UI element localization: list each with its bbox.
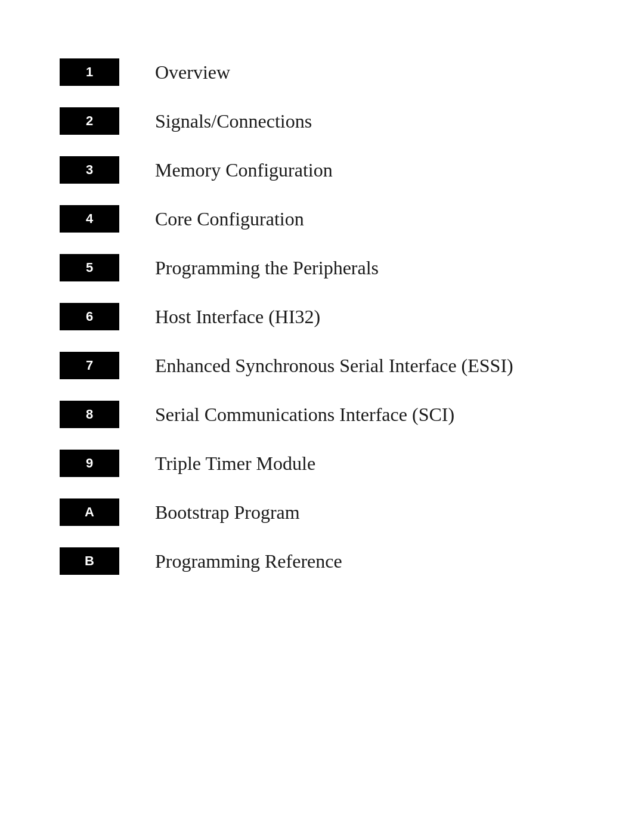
chapter-badge: 7 xyxy=(60,352,119,379)
toc-item[interactable]: 3Memory Configuration xyxy=(60,145,584,194)
toc-item[interactable]: 8Serial Communications Interface (SCI) xyxy=(60,390,584,439)
toc-item[interactable]: 2Signals/Connections xyxy=(60,97,584,145)
chapter-badge: 3 xyxy=(60,156,119,184)
chapter-title: Bootstrap Program xyxy=(155,501,300,524)
chapter-title: Triple Timer Module xyxy=(155,453,315,475)
chapter-title: Programming Reference xyxy=(155,550,342,572)
toc-item[interactable]: 6Host Interface (HI32) xyxy=(60,292,584,341)
chapter-badge: 6 xyxy=(60,303,119,330)
toc-item[interactable]: 5Programming the Peripherals xyxy=(60,243,584,292)
chapter-badge: 5 xyxy=(60,254,119,281)
chapter-title: Core Configuration xyxy=(155,208,304,230)
chapter-title: Overview xyxy=(155,61,230,83)
toc-item[interactable]: 1Overview xyxy=(60,48,584,97)
chapter-badge: 8 xyxy=(60,401,119,428)
chapter-badge: 4 xyxy=(60,205,119,233)
toc-item[interactable]: 9Triple Timer Module xyxy=(60,439,584,488)
chapter-badge: A xyxy=(60,498,119,526)
chapter-title: Serial Communications Interface (SCI) xyxy=(155,404,454,426)
table-of-contents: 1Overview2Signals/Connections3Memory Con… xyxy=(60,48,584,586)
chapter-badge: 1 xyxy=(60,58,119,86)
toc-item[interactable]: 4Core Configuration xyxy=(60,194,584,243)
toc-item[interactable]: ABootstrap Program xyxy=(60,488,584,537)
chapter-title: Enhanced Synchronous Serial Interface (E… xyxy=(155,355,513,377)
chapter-badge: B xyxy=(60,547,119,575)
chapter-title: Signals/Connections xyxy=(155,110,312,132)
toc-item[interactable]: BProgramming Reference xyxy=(60,537,584,586)
chapter-title: Host Interface (HI32) xyxy=(155,306,320,328)
chapter-badge: 2 xyxy=(60,107,119,135)
toc-item[interactable]: 7Enhanced Synchronous Serial Interface (… xyxy=(60,341,584,390)
chapter-badge: 9 xyxy=(60,450,119,477)
chapter-title: Memory Configuration xyxy=(155,159,333,181)
chapter-title: Programming the Peripherals xyxy=(155,257,379,279)
